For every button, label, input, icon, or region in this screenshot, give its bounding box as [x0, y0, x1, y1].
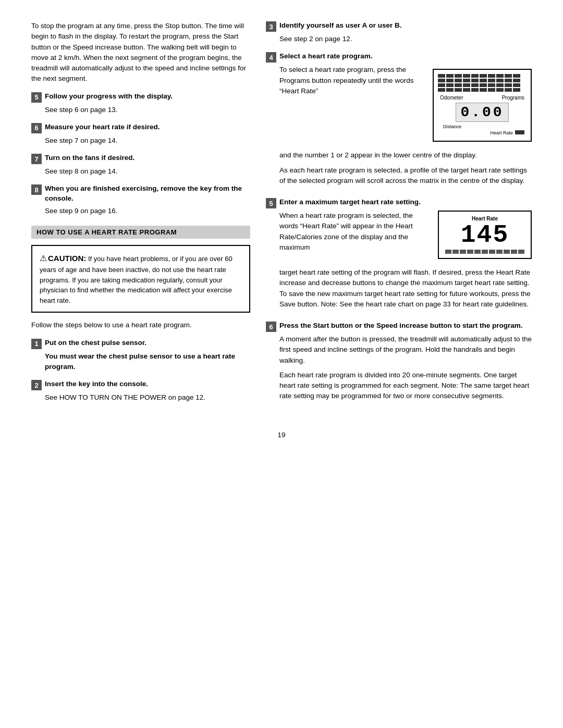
heart-rate-label-small: Heart Rate [490, 130, 513, 135]
step-8-header: 8 When you are finished exercising, remo… [31, 184, 250, 204]
page-number: 19 [31, 431, 532, 439]
rstep-3-header: 3 Identify yourself as user A or user B. [266, 21, 532, 32]
step-7-num: 7 [31, 154, 42, 164]
rstep-5-num: 5 [266, 198, 276, 208]
substep-2-header: 2 Insert the key into the console. [31, 379, 250, 390]
rstep-6-block: 6 Press the Start button or the Speed in… [266, 321, 532, 402]
step-6-body: See step 7 on page 14. [45, 135, 250, 146]
hr-bottom-bars [444, 250, 525, 254]
left-column: To stop the program at any time, press t… [31, 21, 250, 410]
step-5-body: See step 6 on page 13. [45, 105, 250, 115]
substep-1-num: 1 [31, 339, 42, 349]
display-digit-row: 0.00 [438, 103, 527, 122]
step-8-num: 8 [31, 184, 42, 195]
display-digits: 0.00 [456, 103, 508, 122]
step-7-title: Turn on the fans if desired. [45, 153, 134, 163]
step-5-num: 5 [31, 92, 42, 103]
rstep-3-title: Identify yourself as user A or user B. [279, 21, 402, 31]
bar-matrix [438, 74, 527, 92]
substep-1-subnote: You must wear the chest pulse sensor to … [45, 351, 250, 373]
follow-steps-para: Follow the steps below to use a heart ra… [31, 320, 250, 330]
programs-label: Programs [502, 95, 524, 101]
caution-box: ⚠CAUTION: If you have heart problems, or… [31, 245, 250, 313]
rstep-5-header: 5 Enter a maximum target heart rate sett… [266, 198, 532, 208]
step-7-body: See step 8 on page 14. [45, 166, 250, 177]
rstep-6-header: 6 Press the Start button or the Speed in… [266, 321, 532, 332]
step-8-body: See step 9 on page 16. [45, 206, 250, 216]
rstep-4-header: 4 Select a heart rate program. [266, 52, 532, 63]
hr-big-number: 145 [444, 223, 525, 248]
heart-rate-display-panel: Heart Rate 145 [438, 211, 532, 259]
substep-2-block: 2 Insert the key into the console. See H… [31, 379, 250, 403]
step-6-header: 6 Measure your heart rate if desired. [31, 122, 250, 133]
step-8-title: When you are finished exercising, remove… [45, 184, 250, 204]
caution-title: CAUTION: [48, 254, 86, 263]
rstep-5-block: 5 Enter a maximum target heart rate sett… [266, 198, 532, 314]
step-5-title: Follow your progress with the display. [45, 92, 173, 102]
heart-rate-indicator [515, 130, 524, 134]
rstep-6-title: Press the Start button or the Speed incr… [279, 321, 523, 331]
rstep-4-block: 4 Select a heart rate program. [266, 52, 532, 190]
display-sublabels: Distance [438, 124, 527, 129]
substep-1-header: 1 Put on the chest pulse sensor. [31, 338, 250, 349]
rstep-3-block: 3 Identify yourself as user A or user B.… [266, 21, 532, 44]
display-odometer-programs-labels: Odometer Programs [438, 95, 527, 101]
intro-paragraph: To stop the program at any time, press t… [31, 21, 250, 84]
rstep-4-text-before: To select a heart rate program, press th… [279, 66, 413, 95]
odometer-label: Odometer [440, 95, 463, 101]
rstep-6-num: 6 [266, 322, 276, 332]
rstep-4-body-after: and the number 1 or 2 appear in the lowe… [279, 150, 532, 161]
step-6-num: 6 [31, 123, 42, 133]
rstep-5-body-after: target heart rate setting of the program… [279, 267, 532, 310]
rstep-4-title: Select a heart rate program. [279, 52, 373, 61]
step-6-block: 6 Measure your heart rate if desired. Se… [31, 122, 250, 146]
substep-1-block: 1 Put on the chest pulse sensor. You mus… [31, 338, 250, 373]
step-5-header: 5 Follow your progress with the display. [31, 92, 250, 103]
display-heartrate-row: Heart Rate [438, 130, 527, 135]
odometer-display-panel: Odometer Programs 0.00 Distance Heart Ra… [433, 69, 532, 142]
distance-label: Distance [443, 124, 461, 129]
substep-1-title: Put on the chest pulse sensor. [45, 338, 146, 348]
step-6-title: Measure your heart rate if desired. [45, 122, 160, 132]
step-7-header: 7 Turn on the fans if desired. [31, 153, 250, 164]
rstep-4-num: 4 [266, 52, 276, 63]
rstep-3-body: See step 2 on page 12. [279, 34, 532, 44]
step-5-block: 5 Follow your progress with the display.… [31, 92, 250, 115]
substep-2-num: 2 [31, 380, 42, 390]
substep-2-title: Insert the key into the console. [45, 379, 148, 389]
rstep-6-body1: A moment after the button is pressed, th… [279, 334, 532, 366]
caution-icon: ⚠ [40, 254, 47, 263]
rstep-5-title: Enter a maximum target heart rate settin… [279, 198, 421, 207]
rstep-6-body2: Each heart rate program is divided into … [279, 370, 532, 402]
rstep-4-body-extra: As each heart rate program is selected, … [279, 165, 532, 187]
step-8-block: 8 When you are finished exercising, remo… [31, 184, 250, 216]
section-heading: HOW TO USE A HEART RATE PROGRAM [31, 226, 250, 239]
substep-2-body: See HOW TO TURN ON THE POWER on page 12. [45, 392, 250, 403]
rstep-3-num: 3 [266, 21, 276, 32]
rstep-5-text-before: When a heart rate program is selected, t… [279, 212, 413, 251]
right-column: 3 Identify yourself as user A or user B.… [266, 21, 532, 410]
step-7-block: 7 Turn on the fans if desired. See step … [31, 153, 250, 177]
